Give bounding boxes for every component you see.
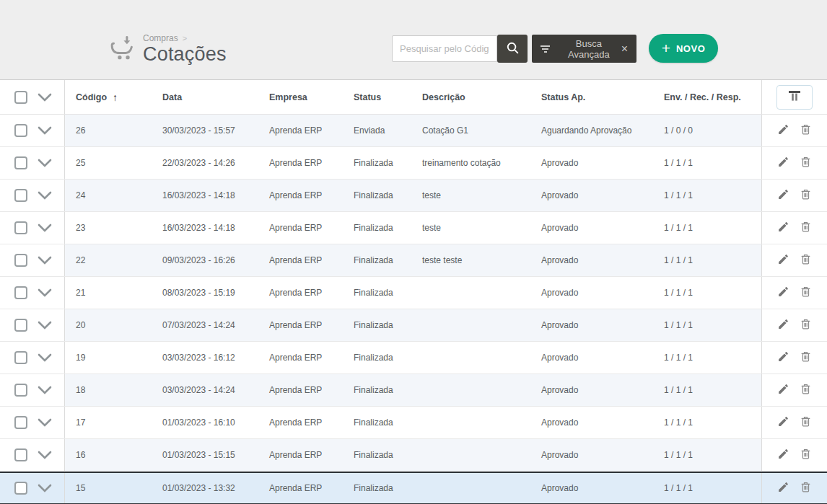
- row-expand-chevron-icon[interactable]: [38, 224, 52, 232]
- select-all-checkbox[interactable]: [14, 91, 27, 104]
- cell-descricao: [411, 342, 530, 373]
- table-row[interactable]: 20 07/03/2023 - 14:24 Aprenda ERP Finali…: [0, 309, 827, 342]
- delete-button[interactable]: [798, 414, 813, 431]
- cell-data: 07/03/2023 - 14:24: [152, 309, 258, 341]
- row-checkbox[interactable]: [14, 384, 27, 397]
- row-expand-chevron-icon[interactable]: [38, 451, 52, 459]
- row-control-cell: [0, 342, 65, 373]
- table-row[interactable]: 18 03/03/2023 - 14:24 Aprenda ERP Finali…: [0, 374, 827, 407]
- edit-button[interactable]: [776, 252, 791, 269]
- column-header-env-rec-resp[interactable]: Env. / Rec. / Resp.: [653, 80, 761, 114]
- edit-button[interactable]: [776, 317, 791, 334]
- search-button[interactable]: [497, 35, 528, 63]
- row-checkbox[interactable]: [14, 124, 27, 137]
- table-row[interactable]: 17 01/03/2023 - 16:10 Aprenda ERP Finali…: [0, 407, 827, 439]
- trash-icon: [800, 253, 812, 268]
- delete-button[interactable]: [798, 349, 813, 366]
- delete-button[interactable]: [798, 381, 813, 399]
- table-row[interactable]: 23 16/03/2023 - 14:18 Aprenda ERP Finali…: [0, 212, 827, 244]
- table-row[interactable]: 25 22/03/2023 - 14:26 Aprenda ERP Finali…: [0, 147, 827, 180]
- row-expand-chevron-icon[interactable]: [38, 386, 52, 394]
- cell-status-ap: Aprovado: [530, 473, 653, 503]
- row-checkbox[interactable]: [14, 189, 27, 202]
- cell-status-ap: Aprovado: [530, 374, 653, 406]
- search-input[interactable]: [392, 35, 497, 62]
- delete-button[interactable]: [798, 187, 813, 204]
- row-expand-chevron-icon[interactable]: [38, 191, 52, 200]
- table-row[interactable]: 16 01/03/2023 - 15:15 Aprenda ERP Finali…: [0, 439, 827, 472]
- page-title: Cotações: [143, 43, 227, 66]
- trash-icon: [800, 156, 812, 170]
- cell-descricao: [411, 374, 530, 406]
- column-header-codigo[interactable]: Código ↑: [65, 80, 152, 114]
- column-header-descricao[interactable]: Descrição: [411, 80, 530, 114]
- cell-descricao: teste: [411, 180, 530, 211]
- row-expand-chevron-icon[interactable]: [38, 159, 52, 167]
- delete-button[interactable]: [798, 154, 813, 172]
- row-checkbox[interactable]: [14, 448, 27, 461]
- cell-status: Finalizada: [343, 374, 411, 406]
- close-icon[interactable]: ×: [621, 43, 628, 55]
- row-checkbox[interactable]: [14, 319, 27, 332]
- row-checkbox[interactable]: [14, 416, 27, 429]
- delete-button[interactable]: [798, 122, 813, 139]
- table-row[interactable]: 26 30/03/2023 - 15:57 Aprenda ERP Enviad…: [0, 115, 827, 147]
- row-expand-chevron-icon[interactable]: [38, 321, 52, 330]
- cell-empresa: Aprenda ERP: [258, 342, 343, 373]
- row-checkbox[interactable]: [14, 286, 27, 299]
- cell-data: 01/03/2023 - 13:32: [152, 473, 258, 503]
- trash-icon: [800, 448, 812, 462]
- table-row[interactable]: 22 09/03/2023 - 16:26 Aprenda ERP Finali…: [0, 244, 827, 277]
- column-header-empresa[interactable]: Empresa: [258, 80, 343, 114]
- pencil-icon: [777, 481, 789, 495]
- table-row[interactable]: 15 01/03/2023 - 13:32 Aprenda ERP Finali…: [0, 472, 827, 504]
- edit-button[interactable]: [776, 154, 791, 172]
- row-checkbox[interactable]: [14, 482, 27, 495]
- edit-button[interactable]: [776, 414, 791, 431]
- new-quotation-button[interactable]: + NOVO: [649, 34, 718, 63]
- delete-button[interactable]: [798, 317, 813, 334]
- row-checkbox[interactable]: [14, 156, 27, 169]
- row-checkbox[interactable]: [14, 254, 27, 267]
- edit-button[interactable]: [776, 219, 791, 236]
- delete-button[interactable]: [798, 479, 813, 497]
- advanced-search-button[interactable]: Busca Avançada ×: [532, 35, 636, 63]
- breadcrumb-compras[interactable]: Compras: [143, 33, 178, 43]
- column-settings-button[interactable]: [776, 85, 813, 110]
- column-header-status-ap[interactable]: Status Ap.: [530, 80, 653, 114]
- row-checkbox[interactable]: [14, 221, 27, 234]
- delete-button[interactable]: [798, 252, 813, 269]
- trash-icon: [800, 221, 812, 235]
- row-expand-chevron-icon[interactable]: [38, 126, 52, 135]
- edit-button[interactable]: [776, 446, 791, 464]
- cell-status-ap: Aprovado: [530, 439, 653, 471]
- edit-button[interactable]: [776, 284, 791, 301]
- row-expand-chevron-icon[interactable]: [38, 418, 52, 427]
- row-expand-chevron-icon[interactable]: [38, 484, 52, 492]
- edit-button[interactable]: [776, 349, 791, 366]
- cell-env-rec-resp: 1 / 1 / 1: [653, 342, 761, 373]
- edit-button[interactable]: [776, 479, 791, 497]
- cell-env-rec-resp: 1 / 0 / 0: [653, 115, 761, 146]
- cell-data: 30/03/2023 - 15:57: [152, 115, 258, 146]
- row-expand-chevron-icon[interactable]: [38, 288, 52, 297]
- chevron-down-icon[interactable]: [38, 93, 52, 102]
- row-checkbox[interactable]: [14, 351, 27, 364]
- column-header-data[interactable]: Data: [152, 80, 258, 114]
- table-row[interactable]: 19 03/03/2023 - 16:12 Aprenda ERP Finali…: [0, 342, 827, 374]
- edit-button[interactable]: [776, 122, 791, 139]
- column-header-status[interactable]: Status: [343, 80, 411, 114]
- delete-button[interactable]: [798, 219, 813, 236]
- table-row[interactable]: 21 08/03/2023 - 15:19 Aprenda ERP Finali…: [0, 277, 827, 309]
- edit-button[interactable]: [776, 187, 791, 204]
- delete-button[interactable]: [798, 284, 813, 301]
- delete-button[interactable]: [798, 446, 813, 464]
- row-expand-chevron-icon[interactable]: [38, 256, 52, 265]
- cell-codigo: 16: [65, 439, 152, 471]
- cell-descricao: [411, 407, 530, 438]
- edit-button[interactable]: [776, 381, 791, 399]
- table-row[interactable]: 24 16/03/2023 - 14:18 Aprenda ERP Finali…: [0, 180, 827, 212]
- row-expand-chevron-icon[interactable]: [38, 353, 52, 362]
- cell-status: Finalizada: [343, 309, 411, 341]
- cell-codigo: 26: [65, 115, 152, 146]
